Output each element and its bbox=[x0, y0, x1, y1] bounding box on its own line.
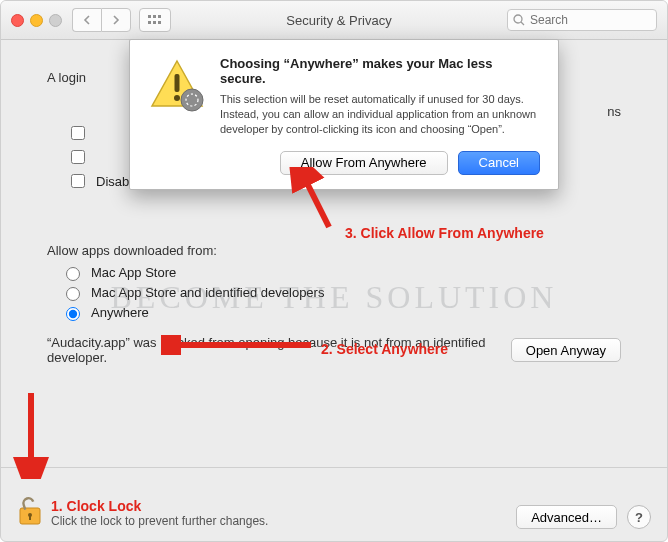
truncated-checkbox-text: ns bbox=[607, 64, 621, 119]
search-input[interactable] bbox=[507, 9, 657, 31]
nav-back-button[interactable] bbox=[72, 8, 101, 32]
unknown-checkbox-2[interactable] bbox=[71, 150, 85, 164]
allow-apps-label: Allow apps downloaded from: bbox=[47, 243, 621, 258]
unknown-checkbox[interactable] bbox=[71, 126, 85, 140]
open-anyway-button[interactable]: Open Anyway bbox=[511, 338, 621, 362]
search-wrap bbox=[507, 9, 657, 31]
svg-point-6 bbox=[514, 15, 522, 23]
window-controls bbox=[11, 14, 62, 27]
radio-identified-developers[interactable]: Mac App Store and identified developers bbox=[61, 284, 621, 301]
chevron-left-icon bbox=[83, 15, 91, 25]
window-title: Security & Privacy bbox=[171, 13, 507, 28]
svg-point-10 bbox=[174, 95, 180, 101]
search-icon bbox=[513, 14, 525, 29]
radio-label: Mac App Store and identified developers bbox=[91, 285, 324, 300]
radio-anywhere[interactable]: Anywhere bbox=[61, 304, 621, 321]
nav-back-forward bbox=[72, 8, 131, 32]
titlebar: Security & Privacy bbox=[1, 1, 667, 40]
show-all-prefs-button[interactable] bbox=[139, 8, 171, 32]
disable-auto-login-checkbox[interactable] bbox=[71, 174, 85, 188]
svg-rect-15 bbox=[29, 515, 31, 520]
bottom-bar: 1. Clock Lock Click the lock to prevent … bbox=[1, 467, 667, 541]
minimize-window-button[interactable] bbox=[30, 14, 43, 27]
radio-label: Mac App Store bbox=[91, 265, 176, 280]
lock-icon[interactable] bbox=[17, 496, 43, 529]
login-password-label: A login bbox=[47, 70, 86, 85]
preferences-window: Security & Privacy A login ns Disable au… bbox=[0, 0, 668, 542]
cancel-button[interactable]: Cancel bbox=[458, 151, 540, 175]
allow-apps-radio-group: Mac App Store Mac App Store and identifi… bbox=[61, 264, 621, 321]
annotation-1: 1. Clock Lock bbox=[51, 498, 268, 514]
lock-hint-text: Click the lock to prevent further change… bbox=[51, 514, 268, 528]
nav-forward-button[interactable] bbox=[101, 8, 131, 32]
blocked-app-text: “Audacity.app” was blocked from opening … bbox=[47, 335, 497, 365]
advanced-button[interactable]: Advanced… bbox=[516, 505, 617, 529]
confirm-anywhere-dialog: Choosing “Anywhere” makes your Mac less … bbox=[129, 39, 559, 190]
close-window-button[interactable] bbox=[11, 14, 24, 27]
svg-line-7 bbox=[521, 22, 524, 25]
radio-label: Anywhere bbox=[91, 305, 149, 320]
blocked-app-row: “Audacity.app” was blocked from opening … bbox=[47, 335, 621, 365]
svg-point-11 bbox=[181, 89, 203, 111]
radio-mac-app-store[interactable]: Mac App Store bbox=[61, 264, 621, 281]
svg-rect-1 bbox=[153, 15, 156, 18]
chevron-right-icon bbox=[112, 15, 120, 25]
dialog-title: Choosing “Anywhere” makes your Mac less … bbox=[220, 56, 540, 86]
zoom-window-button[interactable] bbox=[49, 14, 62, 27]
svg-rect-5 bbox=[158, 21, 161, 24]
svg-rect-3 bbox=[148, 21, 151, 24]
svg-rect-2 bbox=[158, 15, 161, 18]
svg-rect-9 bbox=[175, 74, 180, 92]
allow-from-anywhere-button[interactable]: Allow From Anywhere bbox=[280, 151, 448, 175]
help-button[interactable]: ? bbox=[627, 505, 651, 529]
svg-rect-0 bbox=[148, 15, 151, 18]
arrow-1-icon bbox=[11, 389, 51, 479]
warning-icon bbox=[148, 56, 206, 137]
svg-rect-4 bbox=[153, 21, 156, 24]
dialog-body: This selection will be reset automatical… bbox=[220, 92, 540, 137]
grid-icon bbox=[148, 15, 162, 25]
